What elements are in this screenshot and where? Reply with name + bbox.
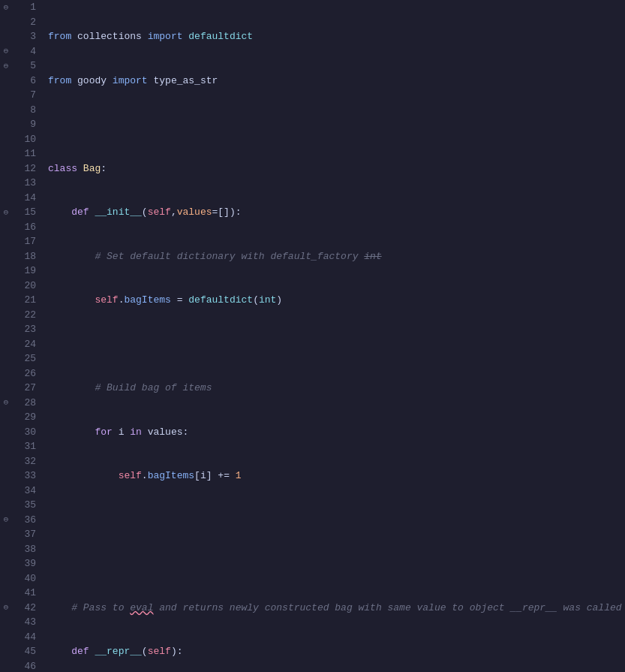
ln-3: 3 — [18, 29, 36, 44]
fold-3 — [0, 29, 12, 44]
fold-11 — [0, 146, 12, 161]
fold-10 — [0, 132, 12, 147]
ln-24: 24 — [18, 337, 36, 352]
fold-12 — [0, 161, 12, 176]
fold-5[interactable]: ⊖ — [0, 59, 12, 74]
ln-9: 9 — [18, 117, 36, 132]
fold-29 — [0, 410, 12, 425]
ln-43: 43 — [18, 615, 36, 630]
fold-33 — [0, 469, 12, 484]
line-7: self.bagItems = defaultdict(int) — [48, 293, 625, 308]
line-5: def __init__(self,values=[]): — [48, 205, 625, 220]
ln-15: 15 — [18, 205, 36, 220]
line-14: # Pass to eval and returns newly constru… — [48, 601, 625, 616]
fold-23 — [0, 322, 12, 337]
ln-19: 19 — [18, 264, 36, 279]
line-15: def __repr__(self): — [48, 644, 625, 659]
fold-22 — [0, 308, 12, 323]
ln-5: 5 — [18, 59, 36, 74]
ln-34: 34 — [18, 484, 36, 499]
ln-1: 1 — [18, 0, 36, 15]
fold-21 — [0, 293, 12, 308]
ln-28: 28 — [18, 396, 36, 411]
fold-43 — [0, 615, 12, 630]
ln-33: 33 — [18, 469, 36, 484]
ln-2: 2 — [18, 15, 36, 30]
fold-9 — [0, 117, 12, 132]
line-numbers: 1 2 3 4 5 6 7 8 9 10 11 12 13 14 15 16 1… — [12, 0, 42, 672]
fold-18 — [0, 249, 12, 264]
ln-16: 16 — [18, 220, 36, 235]
fold-17 — [0, 234, 12, 249]
line-1: from collections import defaultdict — [48, 29, 625, 44]
line-13 — [48, 556, 625, 571]
fold-44 — [0, 630, 12, 645]
fold-4[interactable]: ⊖ — [0, 44, 12, 59]
fold-46 — [0, 659, 12, 673]
fold-35 — [0, 498, 12, 513]
fold-6 — [0, 74, 12, 89]
fold-15[interactable]: ⊖ — [0, 205, 12, 220]
ln-29: 29 — [18, 410, 36, 425]
line-3 — [48, 117, 625, 132]
ln-8: 8 — [18, 103, 36, 118]
fold-39 — [0, 556, 12, 571]
fold-7 — [0, 88, 12, 103]
ln-12: 12 — [18, 161, 36, 176]
ln-21: 21 — [18, 293, 36, 308]
ln-31: 31 — [18, 439, 36, 454]
ln-27: 27 — [18, 381, 36, 396]
line-9: # Build bag of items — [48, 381, 625, 396]
line-10: for i in values: — [48, 425, 625, 440]
fold-36[interactable]: ⊖ — [0, 513, 12, 528]
ln-26: 26 — [18, 366, 36, 381]
fold-45 — [0, 644, 12, 659]
ln-6: 6 — [18, 74, 36, 89]
ln-44: 44 — [18, 630, 36, 645]
ln-46: 46 — [18, 659, 36, 673]
ln-45: 45 — [18, 644, 36, 659]
fold-26 — [0, 366, 12, 381]
fold-24 — [0, 337, 12, 352]
ln-30: 30 — [18, 425, 36, 440]
fold-41 — [0, 586, 12, 601]
fold-40 — [0, 571, 12, 586]
line-4: class Bag: — [48, 161, 625, 176]
ln-38: 38 — [18, 542, 36, 557]
code-content[interactable]: from collections import defaultdict from… — [42, 0, 625, 672]
fold-8 — [0, 103, 12, 118]
fold-42[interactable]: ⊖ — [0, 601, 12, 616]
fold-20 — [0, 279, 12, 294]
line-8 — [48, 337, 625, 352]
fold-30 — [0, 425, 12, 440]
fold-28[interactable]: ⊖ — [0, 396, 12, 411]
ln-13: 13 — [18, 176, 36, 191]
ln-37: 37 — [18, 527, 36, 542]
fold-34 — [0, 484, 12, 499]
fold-16 — [0, 220, 12, 235]
line-6: # Set default dictionary with default_fa… — [48, 249, 625, 264]
ln-23: 23 — [18, 322, 36, 337]
fold-38 — [0, 542, 12, 557]
fold-gutter[interactable]: ⊖ ⊖ ⊖ ⊖ ⊖ — [0, 0, 12, 672]
fold-25 — [0, 351, 12, 366]
ln-22: 22 — [18, 308, 36, 323]
ln-4: 4 — [18, 44, 36, 59]
fold-1[interactable]: ⊖ — [0, 0, 12, 15]
ln-32: 32 — [18, 454, 36, 469]
fold-31 — [0, 439, 12, 454]
ln-40: 40 — [18, 571, 36, 586]
ln-14: 14 — [18, 191, 36, 206]
fold-2 — [0, 15, 12, 30]
ln-39: 39 — [18, 556, 36, 571]
ln-18: 18 — [18, 249, 36, 264]
ln-10: 10 — [18, 132, 36, 147]
ln-7: 7 — [18, 88, 36, 103]
fold-37 — [0, 527, 12, 542]
ln-35: 35 — [18, 498, 36, 513]
fold-14 — [0, 191, 12, 206]
line-2: from goody import type_as_str — [48, 74, 625, 89]
ln-11: 11 — [18, 146, 36, 161]
ln-25: 25 — [18, 351, 36, 366]
fold-19 — [0, 264, 12, 279]
